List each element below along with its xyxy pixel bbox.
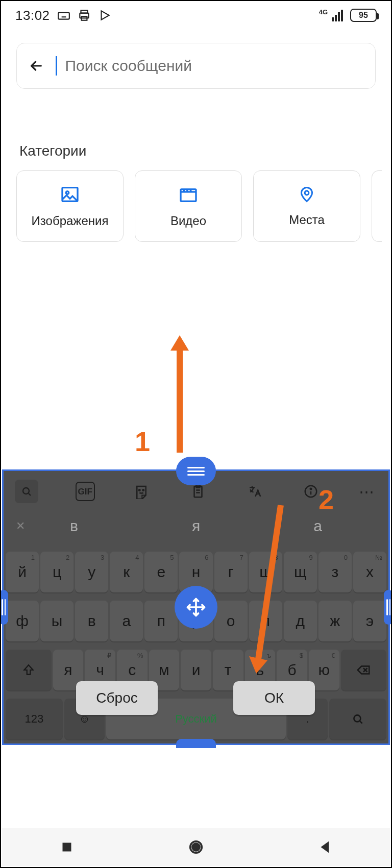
- key[interactable]: л: [249, 601, 282, 642]
- key-row-bottom: 123 ☺ Русский .: [4, 695, 388, 743]
- keyboard-suggestions: ✕ в я а: [4, 513, 388, 539]
- kb-sticker-icon[interactable]: [132, 482, 151, 501]
- kb-more-icon[interactable]: ⋯: [358, 482, 377, 501]
- print-icon: [78, 9, 91, 22]
- keyboard-resize-frame[interactable]: GIF ⋯ ✕ в я а 1й 2ц 3у 4к 5е 6н 7г 8ш 9щ…: [2, 469, 390, 745]
- annotation-number-1: 1: [135, 426, 150, 457]
- video-icon: [178, 184, 199, 205]
- system-nav-bar: [2, 828, 390, 866]
- svg-point-10: [143, 489, 144, 491]
- key[interactable]: а: [110, 601, 143, 642]
- key[interactable]: п: [144, 601, 178, 642]
- keyboard-handle-top[interactable]: [176, 457, 216, 485]
- category-card-images[interactable]: Изображения: [16, 170, 124, 242]
- numbers-key[interactable]: 123: [6, 699, 63, 740]
- kb-search-icon[interactable]: [15, 480, 38, 503]
- key[interactable]: о: [214, 601, 248, 642]
- battery-icon: 95: [350, 9, 377, 22]
- category-label: Места: [289, 213, 325, 227]
- category-label: Видео: [170, 214, 206, 228]
- key[interactable]: 3у: [75, 552, 108, 593]
- key[interactable]: ы: [40, 601, 74, 642]
- svg-point-8: [23, 488, 29, 494]
- keyboard-keys: 1й 2ц 3у 4к 5е 6н 7г 8ш 9щ 0з №х ф ы в а…: [4, 548, 388, 743]
- kb-sugg-3[interactable]: а: [313, 517, 322, 535]
- svg-point-14: [310, 488, 312, 490]
- svg-rect-16: [62, 843, 71, 852]
- location-icon: [298, 185, 316, 204]
- back-icon[interactable]: [316, 838, 334, 856]
- backspace-key[interactable]: [341, 650, 387, 691]
- kb-sugg-1[interactable]: в: [70, 517, 78, 535]
- key[interactable]: 0з: [318, 552, 352, 593]
- play-icon: [98, 9, 111, 22]
- svg-point-15: [354, 715, 361, 722]
- keyboard-move-handle[interactable]: [175, 586, 217, 629]
- key[interactable]: ж: [318, 601, 352, 642]
- kb-translate-icon[interactable]: [245, 482, 264, 501]
- key[interactable]: 9щ: [284, 552, 317, 593]
- key[interactable]: №х: [353, 552, 386, 593]
- shift-key[interactable]: [6, 650, 52, 691]
- text-cursor: [56, 56, 57, 76]
- keyboard-reset-button[interactable]: Сброс: [76, 681, 158, 715]
- key[interactable]: и: [181, 650, 211, 691]
- image-icon: [60, 184, 80, 205]
- network-label: 4G: [319, 8, 328, 16]
- key[interactable]: э: [353, 601, 386, 642]
- kb-sugg-close[interactable]: ✕: [16, 519, 25, 533]
- keyboard-ok-button[interactable]: ОК: [233, 681, 315, 715]
- category-card-peek[interactable]: [372, 170, 382, 242]
- key[interactable]: 1й: [6, 552, 39, 593]
- kb-sugg-2[interactable]: я: [192, 517, 200, 535]
- key[interactable]: 5е: [144, 552, 178, 593]
- search-placeholder: Поиск сообщений: [65, 57, 192, 75]
- key[interactable]: 7г: [214, 552, 248, 593]
- search-enter-key[interactable]: [329, 699, 386, 740]
- key[interactable]: 2ц: [40, 552, 74, 593]
- status-bar: 13:02 4G 95: [1, 1, 391, 30]
- category-card-places[interactable]: Места: [253, 170, 360, 242]
- kb-gif-icon[interactable]: GIF: [76, 482, 95, 501]
- annotation-arrow-1: [169, 335, 190, 453]
- svg-rect-0: [58, 13, 69, 19]
- categories-heading: Категории: [19, 143, 86, 159]
- category-card-video[interactable]: Видео: [135, 170, 242, 242]
- svg-point-7: [305, 191, 309, 195]
- key[interactable]: 4к: [110, 552, 143, 593]
- home-icon[interactable]: [187, 838, 205, 856]
- status-time: 13:02: [15, 8, 50, 23]
- key[interactable]: в: [75, 601, 108, 642]
- search-bar[interactable]: Поиск сообщений: [16, 43, 376, 89]
- key[interactable]: 8ш: [249, 552, 282, 593]
- svg-point-5: [66, 191, 68, 194]
- back-arrow-icon[interactable]: [28, 58, 44, 74]
- keyboard-handle-right[interactable]: [384, 590, 392, 625]
- recent-apps-icon[interactable]: [58, 838, 76, 856]
- svg-point-9: [139, 489, 140, 491]
- signal-icon: [332, 10, 343, 21]
- key[interactable]: д: [284, 601, 317, 642]
- kb-info-icon[interactable]: [301, 482, 321, 501]
- keyboard-handle-bottom[interactable]: [176, 739, 216, 748]
- keyboard-icon: [57, 9, 70, 22]
- key[interactable]: ф: [6, 601, 39, 642]
- category-cards[interactable]: Изображения Видео Места: [16, 170, 391, 242]
- category-label: Изображения: [32, 214, 109, 228]
- keyboard-handle-left[interactable]: [0, 590, 8, 625]
- key-row-3: я ₽ч %с м и т ъь $б €ю: [4, 646, 388, 695]
- svg-point-18: [192, 844, 200, 851]
